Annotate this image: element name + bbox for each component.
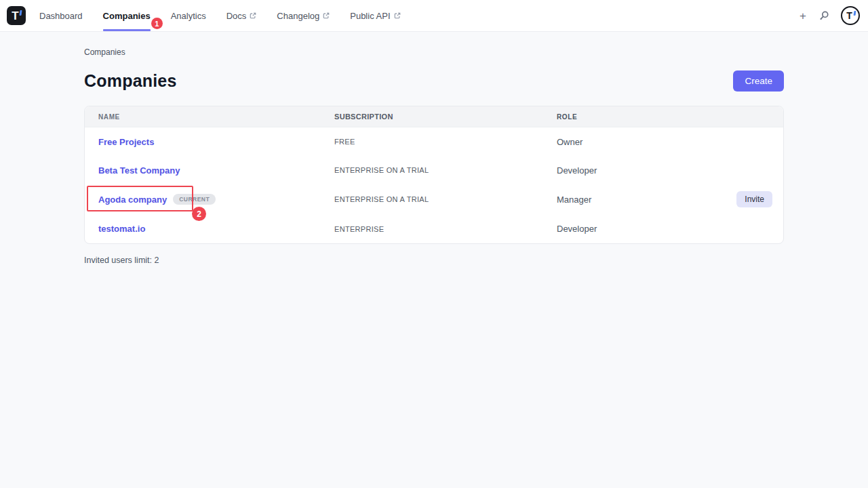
account-avatar[interactable]: T	[841, 6, 860, 25]
invite-button[interactable]: Invite	[736, 191, 772, 207]
page-title: Companies	[84, 71, 177, 91]
nav-label: Analytics	[171, 11, 206, 21]
table-header-row: NAME SUBSCRIPTION ROLE	[85, 106, 783, 127]
subscription-cell: FREE	[334, 138, 557, 146]
nav-item-dashboard[interactable]: Dashboard	[39, 0, 83, 31]
role-cell: Owner	[557, 137, 718, 147]
table-row-current: Agoda company CURRENT ENTERPRISE ON A TR…	[85, 184, 783, 214]
nav-label: Companies	[103, 11, 151, 21]
companies-table: NAME SUBSCRIPTION ROLE Free Projects FRE…	[84, 106, 784, 244]
role-cell: Manager	[557, 195, 718, 205]
table-row: testomat.io ENTERPRISE Developer	[85, 214, 783, 243]
header-role: ROLE	[557, 113, 718, 121]
nav-label: Changelog	[277, 11, 319, 21]
nav-label: Dashboard	[39, 11, 83, 21]
header-name: NAME	[85, 113, 334, 121]
app-logo[interactable]: T	[7, 6, 26, 25]
annotation-step-2-badge: 2	[192, 207, 206, 221]
subscription-cell: ENTERPRISE ON A TRIAL	[334, 166, 557, 174]
company-link[interactable]: Beta Test Company	[98, 165, 180, 176]
avatar-letter: T	[846, 11, 852, 20]
role-cell: Developer	[557, 165, 718, 176]
breadcrumb[interactable]: Companies	[84, 47, 784, 57]
company-link[interactable]: testomat.io	[98, 224, 145, 234]
table-row: Beta Test Company ENTERPRISE ON A TRIAL …	[85, 156, 783, 184]
external-link-icon	[394, 12, 401, 19]
company-link[interactable]: Agoda company	[98, 195, 167, 205]
subscription-cell: ENTERPRISE	[334, 225, 557, 233]
role-cell: Developer	[557, 224, 718, 234]
nav-label: Docs	[226, 11, 247, 21]
avatar-accent	[853, 11, 855, 16]
top-navbar: T Dashboard Companies 1 Analytics Docs C…	[0, 0, 868, 32]
create-button[interactable]: Create	[733, 70, 784, 92]
current-badge: CURRENT	[173, 194, 216, 205]
invited-users-limit-note: Invited users limit: 2	[84, 256, 784, 265]
add-button[interactable]: +	[798, 9, 808, 23]
nav-item-analytics[interactable]: Analytics	[171, 0, 206, 31]
nav-item-companies[interactable]: Companies 1	[103, 0, 151, 31]
external-link-icon	[323, 12, 330, 19]
company-link[interactable]: Free Projects	[98, 137, 154, 147]
active-tab-underline	[103, 29, 151, 31]
title-row: Companies Create	[84, 70, 784, 92]
logo-accent	[19, 10, 22, 16]
table-row: Free Projects FREE Owner	[85, 127, 783, 156]
header-subscription: SUBSCRIPTION	[334, 113, 557, 121]
logo-letter: T	[12, 10, 18, 22]
navbar-right: + T	[798, 0, 860, 31]
nav-items: Dashboard Companies 1 Analytics Docs Cha…	[39, 0, 421, 31]
external-link-icon	[250, 12, 256, 19]
annotation-step-1-badge: 1	[151, 18, 163, 29]
nav-item-public-api[interactable]: Public API	[350, 0, 400, 31]
nav-item-docs[interactable]: Docs	[226, 0, 257, 31]
main-content: Companies Companies Create NAME SUBSCRIP…	[0, 47, 868, 265]
nav-item-changelog[interactable]: Changelog	[277, 0, 330, 31]
nav-label: Public API	[350, 11, 390, 21]
search-icon[interactable]	[818, 10, 830, 22]
subscription-cell: ENTERPRISE ON A TRIAL	[334, 195, 557, 203]
